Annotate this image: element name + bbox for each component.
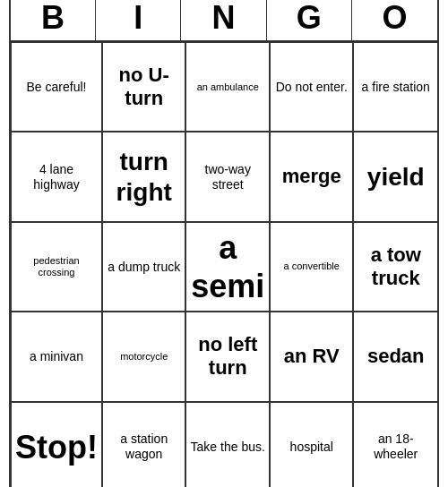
bingo-cell-15[interactable]: a minivan	[11, 312, 102, 401]
bingo-header: BINGO	[11, 0, 437, 42]
bingo-cell-16[interactable]: motorcycle	[102, 312, 186, 401]
bingo-cell-3[interactable]: Do not enter.	[270, 42, 354, 132]
bingo-cell-20[interactable]: Stop!	[11, 402, 102, 487]
bingo-cell-6[interactable]: turn right	[102, 132, 186, 221]
bingo-cell-18[interactable]: an RV	[270, 312, 354, 401]
bingo-cell-10[interactable]: pedestrian crossing	[11, 222, 102, 312]
header-letter: G	[267, 0, 352, 40]
bingo-cell-7[interactable]: two-way street	[185, 132, 270, 221]
bingo-cell-4[interactable]: a fire station	[353, 42, 437, 132]
header-letter: I	[96, 0, 181, 40]
bingo-cell-1[interactable]: no U-turn	[102, 42, 186, 132]
header-letter: B	[11, 0, 96, 40]
bingo-cell-23[interactable]: hospital	[270, 402, 354, 487]
bingo-cell-0[interactable]: Be careful!	[11, 42, 102, 132]
bingo-card: BINGO Be careful!no U-turnan ambulanceDo…	[9, 0, 439, 487]
bingo-cell-2[interactable]: an ambulance	[185, 42, 270, 132]
bingo-cell-11[interactable]: a dump truck	[102, 222, 186, 312]
bingo-cell-22[interactable]: Take the bus.	[185, 402, 270, 487]
bingo-cell-17[interactable]: no left turn	[185, 312, 270, 401]
bingo-cell-12[interactable]: a semi	[185, 222, 270, 312]
bingo-cell-14[interactable]: a tow truck	[353, 222, 437, 312]
bingo-cell-19[interactable]: sedan	[353, 312, 437, 401]
bingo-cell-8[interactable]: merge	[270, 132, 354, 221]
header-letter: N	[181, 0, 266, 40]
bingo-cell-9[interactable]: yield	[353, 132, 437, 221]
bingo-cell-21[interactable]: a station wagon	[102, 402, 186, 487]
bingo-cell-24[interactable]: an 18-wheeler	[353, 402, 437, 487]
bingo-cell-13[interactable]: a convertible	[270, 222, 354, 312]
bingo-grid: Be careful!no U-turnan ambulanceDo not e…	[11, 42, 437, 487]
bingo-cell-5[interactable]: 4 lane highway	[11, 132, 102, 221]
header-letter: O	[352, 0, 437, 40]
